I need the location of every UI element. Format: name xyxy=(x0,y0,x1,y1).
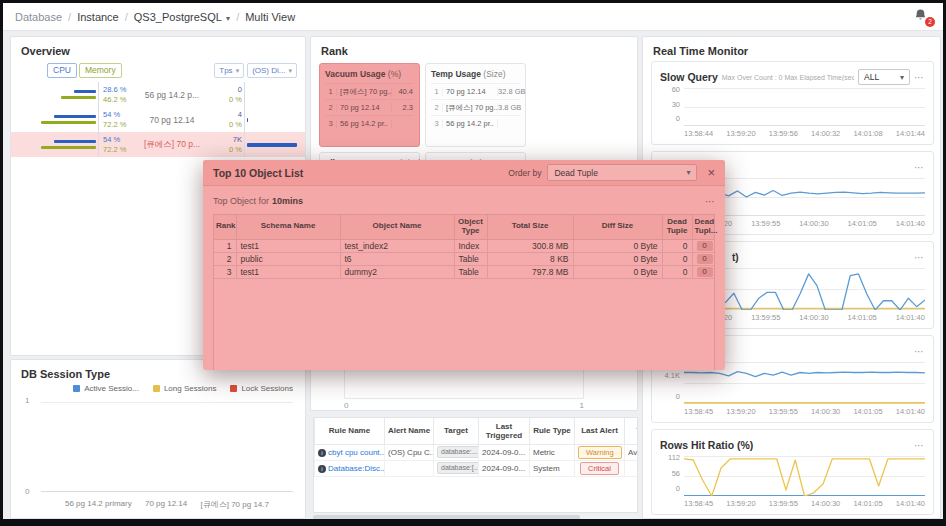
col-diff-size[interactable]: Diff Size xyxy=(573,215,662,239)
card-menu-button[interactable]: ⋯ xyxy=(914,72,925,83)
notification-bell[interactable]: 2 xyxy=(913,8,931,26)
x-axis-ticks: 13:58:4513:59:2013:59:5514:00:3014:01:05… xyxy=(660,499,925,508)
object-row[interactable]: 1 test1 test_index2 Index 300.8 MB 0 Byt… xyxy=(214,239,714,252)
memory-toggle-button[interactable]: Memory xyxy=(79,63,122,78)
instance-name: [큐에스] 70 p... xyxy=(129,139,215,151)
slow-query-filter-select[interactable]: ALL▾ xyxy=(858,69,910,85)
breadcrumb: Database / Instance / QS3_PostgreSQL ▾ /… xyxy=(15,11,295,23)
cpu-memory-bars xyxy=(19,82,99,107)
horizontal-scrollbar[interactable] xyxy=(313,515,638,519)
card-menu-button[interactable]: ⋯ xyxy=(914,162,925,173)
rank-cell: 3 xyxy=(214,265,236,278)
rule-type-cell: System xyxy=(530,460,575,476)
overview-instance-list: 28.6 %46.2 % 56 pg 14.2 p... 00 % 54 %72… xyxy=(11,82,305,157)
dead-tuple-badge: 0 xyxy=(697,241,713,251)
breadcrumb-instance[interactable]: Instance xyxy=(77,11,119,23)
y-axis-tick: 1 xyxy=(25,396,29,405)
disk-value: 0 % xyxy=(215,145,242,155)
col-object-name[interactable]: Object Name xyxy=(340,215,454,239)
type-cell: Table xyxy=(454,252,487,265)
col-object-type[interactable]: Object Type xyxy=(454,215,487,239)
tick-label: 14:01:44 xyxy=(896,129,925,138)
scrollbar-thumb[interactable] xyxy=(313,515,580,519)
col-rule-type[interactable]: Rule Type xyxy=(530,418,575,444)
threshold-cell xyxy=(625,460,639,476)
breadcrumb-multi-view[interactable]: Multi View xyxy=(245,11,295,23)
rank-card-row[interactable]: 270 pg 12.142.3 xyxy=(325,99,414,115)
slow-query-title: Slow Query xyxy=(660,71,718,83)
tick-label: 0 xyxy=(676,392,680,401)
x-axis-tick: 0 xyxy=(344,401,348,410)
tick-label: 14:00:30 xyxy=(799,313,828,322)
col-alert-name[interactable]: Alert Name xyxy=(385,418,434,444)
rank-card-vacuum-usage[interactable]: Vacuum Usage (%) 1[큐에스] 70 pg..40.4 270 … xyxy=(319,63,420,147)
object-cell: t6 xyxy=(340,252,454,265)
rank-card-row[interactable]: 356 pg 14.2 pr.. xyxy=(325,115,414,131)
tick-label: 13:59:55 xyxy=(751,313,780,322)
tps-value: 0 xyxy=(215,85,242,95)
object-cell: test_index2 xyxy=(340,239,454,252)
col-total-size[interactable]: Total Size xyxy=(487,215,573,239)
rank-card-temp-usage[interactable]: Temp Usage (Size) 170 pg 12.1432.8 GB 2[… xyxy=(425,63,526,147)
rule-name-link[interactable]: Database:Disc... xyxy=(328,464,385,473)
col-threshold[interactable]: Thres xyxy=(625,418,639,444)
alert-rule-row[interactable]: icbyt cpu count... (OS) Cpu C... databas… xyxy=(315,444,639,460)
alert-rule-row[interactable]: iDatabase:Disc... database:[... 2024-09-… xyxy=(315,460,639,476)
os-metric-dropdown[interactable]: (OS) Di...▾ xyxy=(247,63,297,78)
tick-label: 14:01:40 xyxy=(896,313,925,322)
memory-percent: 72.2 % xyxy=(103,145,129,155)
modal-menu-button[interactable]: ⋯ xyxy=(705,196,715,207)
col-dead-tuple-2[interactable]: Dead Tupl... xyxy=(692,215,714,239)
rows-hit-ratio-card: Rows Hit Ratio (%) ⋯ 112560 13:58:4513:5… xyxy=(651,429,934,515)
rows-hit-ratio-title: Rows Hit Ratio (%) xyxy=(660,439,753,451)
rank-card-row[interactable]: 1[큐에스] 70 pg..40.4 xyxy=(325,83,414,99)
col-schema-name[interactable]: Schema Name xyxy=(236,215,340,239)
col-last-alert[interactable]: Last Alert xyxy=(575,418,625,444)
object-row[interactable]: 2 public t6 Table 8 KB 0 Byte 0 0 xyxy=(214,252,714,265)
app-window: Database / Instance / QS3_PostgreSQL ▾ /… xyxy=(0,0,946,526)
rule-status-icon: i xyxy=(318,465,326,473)
col-rank[interactable]: Rank xyxy=(214,215,236,239)
cpu-toggle-button[interactable]: CPU xyxy=(47,63,77,78)
app-content: Database / Instance / QS3_PostgreSQL ▾ /… xyxy=(3,3,943,519)
modal-body: Top Object for10mins ⋯ Rank Schema Name … xyxy=(203,186,725,370)
order-by-select[interactable]: Dead Tuple▾ xyxy=(547,164,697,181)
close-icon[interactable]: × xyxy=(707,166,715,179)
legend-swatch xyxy=(73,385,80,392)
col-rule-name[interactable]: Rule Name xyxy=(315,418,385,444)
threshold-cell: Avg dur... xyxy=(625,444,639,460)
y-axis-ticks: 60300 xyxy=(660,85,684,123)
tick-label: 60 xyxy=(672,85,680,94)
overview-instance-row[interactable]: 28.6 %46.2 % 56 pg 14.2 p... 00 % xyxy=(11,82,305,107)
tps-dropdown[interactable]: Tps▾ xyxy=(214,63,244,78)
chevron-down-icon: ▾ xyxy=(236,67,240,75)
col-target[interactable]: Target xyxy=(434,418,479,444)
tick-label: 14:01:05 xyxy=(848,313,877,322)
card-menu-button[interactable]: ⋯ xyxy=(914,252,925,263)
rank-card-row[interactable]: 356 pg 14.2 pr.. xyxy=(431,115,520,131)
tick-label: 112 xyxy=(668,453,680,462)
tick-label: 13:59:20 xyxy=(726,407,755,416)
object-row[interactable]: 3 test1 dummy2 Table 797.8 MB 0 Byte 0 0 xyxy=(214,265,714,278)
rule-name-link[interactable]: cbyt cpu count... xyxy=(328,448,385,457)
rank-card-row[interactable]: 2[큐에스] 70 pg..3.8 GB xyxy=(431,99,520,115)
overview-instance-row[interactable]: 54 %72.2 % 70 pg 12.14 40 % xyxy=(11,107,305,132)
card-menu-button[interactable]: ⋯ xyxy=(914,440,925,451)
total-size-cell: 300.8 MB xyxy=(487,239,573,252)
real-time-monitor-title: Real Time Monitor xyxy=(643,37,940,57)
breadcrumb-instance-selector[interactable]: QS3_PostgreSQL ▾ xyxy=(134,11,230,23)
overview-instance-row-selected[interactable]: 54 %72.2 % [큐에스] 70 p... 7K0 % xyxy=(11,132,305,157)
col-dead-tuple[interactable]: Dead Tuple xyxy=(662,215,692,239)
object-list-table: Rank Schema Name Object Name Object Type… xyxy=(213,214,715,370)
y-axis-tick: 0 xyxy=(25,487,29,496)
rank-cell: 1 xyxy=(214,239,236,252)
disk-value: 0 % xyxy=(215,95,242,105)
tps-bar xyxy=(247,143,297,147)
rank-card-row[interactable]: 170 pg 12.1432.8 GB xyxy=(431,83,520,99)
schema-cell: test1 xyxy=(236,265,340,278)
tick-label: 14:01:40 xyxy=(896,499,925,508)
breadcrumb-database[interactable]: Database xyxy=(15,11,62,23)
card-menu-button[interactable]: ⋯ xyxy=(914,346,925,357)
col-last-triggered[interactable]: Last Triggered xyxy=(479,418,530,444)
cpu-percent: 28.6 % xyxy=(103,85,129,95)
